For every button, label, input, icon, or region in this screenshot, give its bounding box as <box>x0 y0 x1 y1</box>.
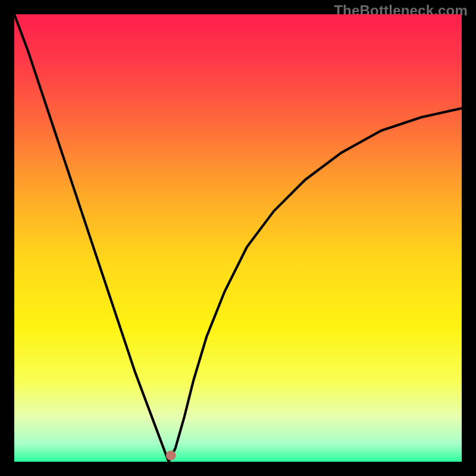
gradient-background <box>14 14 462 462</box>
chart-svg <box>14 14 462 462</box>
plot-area <box>14 14 462 462</box>
chart-frame: TheBottleneck.com <box>0 0 476 476</box>
min-marker <box>166 450 176 461</box>
